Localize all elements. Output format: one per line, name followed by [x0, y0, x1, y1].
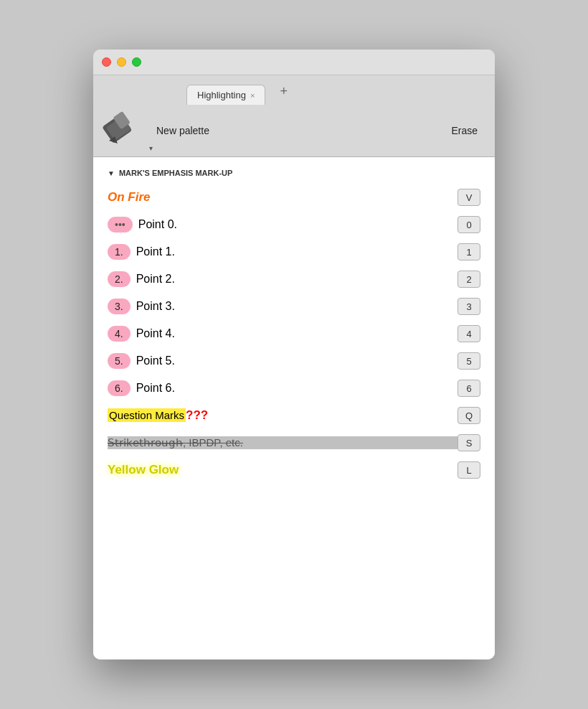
point-0-key-button[interactable]: 0 [457, 216, 480, 233]
point-6-bubble: 6. [108, 380, 131, 396]
point-5-bubble: 5. [108, 353, 131, 369]
point-6-label: Point 6. [136, 382, 175, 395]
section-arrow-icon: ▼ [108, 169, 115, 177]
point-6-row: 6. Point 6. [108, 380, 457, 396]
erase-button[interactable]: Erase [445, 122, 483, 139]
section-header: ▼ MARK'S EMPHASIS MARK-UP [108, 169, 480, 177]
palette-content: ▼ MARK'S EMPHASIS MARK-UP On Fire V ••• … [93, 157, 495, 659]
list-item: 1. Point 1. 1 [108, 242, 480, 262]
point-1-row: 1. Point 1. [108, 244, 457, 260]
yellow-glow-key-button[interactable]: L [457, 461, 480, 479]
highlighting-tab[interactable]: Highlighting × [186, 85, 265, 105]
point-2-row: 2. Point 2. [108, 271, 457, 287]
list-item: 3. Point 3. 3 [108, 296, 480, 316]
question-marks-label: Question Marks??? [108, 408, 457, 423]
dropdown-arrow-icon[interactable]: ▾ [149, 144, 153, 152]
list-item: Yellow Glow L [108, 460, 480, 480]
point-2-key-button[interactable]: 2 [457, 271, 480, 288]
point-5-key-button[interactable]: 5 [457, 352, 480, 370]
point-0-row: ••• Point 0. [108, 217, 457, 233]
qm-highlight: Question Marks [108, 408, 186, 422]
point-1-label: Point 1. [136, 245, 175, 258]
point-4-row: 4. Point 4. [108, 326, 457, 342]
list-item: Question Marks??? Q [108, 405, 480, 426]
list-item: S̶t̶r̶i̶k̶e̶t̶h̶r̶o̶u̶g̶h̶, IBPDP, etc. … [108, 433, 480, 453]
titlebar [93, 50, 495, 75]
highlighter-icon [102, 111, 142, 151]
list-item: 4. Point 4. 4 [108, 324, 480, 344]
app-window: Highlighting × + New palette [93, 50, 495, 659]
point-5-label: Point 5. [136, 354, 175, 367]
qm-red: ??? [186, 408, 208, 422]
point-0-bubble: ••• [108, 217, 133, 233]
tab-close-icon[interactable]: × [250, 91, 255, 100]
point-3-row: 3. Point 3. [108, 299, 457, 314]
on-fire-key-button[interactable]: V [457, 189, 480, 206]
point-1-bubble: 1. [108, 244, 131, 260]
strikethrough-label: S̶t̶r̶i̶k̶e̶t̶h̶r̶o̶u̶g̶h̶, IBPDP, etc. [108, 436, 457, 449]
new-tab-button[interactable]: + [272, 80, 295, 103]
point-5-row: 5. Point 5. [108, 353, 457, 369]
point-3-key-button[interactable]: 3 [457, 298, 480, 315]
point-2-bubble: 2. [108, 271, 131, 287]
on-fire-label: On Fire [108, 190, 457, 205]
list-item: On Fire V [108, 187, 480, 207]
maximize-button[interactable] [132, 57, 141, 67]
yellow-glow-label: Yellow Glow [108, 463, 457, 477]
list-item: ••• Point 0. 0 [108, 215, 480, 235]
point-4-label: Point 4. [136, 327, 175, 340]
strikethrough-key-button[interactable]: S [457, 434, 480, 451]
list-item: 6. Point 6. 6 [108, 378, 480, 398]
section-title: MARK'S EMPHASIS MARK-UP [119, 169, 232, 177]
close-button[interactable] [102, 57, 111, 67]
point-1-key-button[interactable]: 1 [457, 243, 480, 260]
point-2-label: Point 2. [136, 273, 175, 286]
point-4-key-button[interactable]: 4 [457, 325, 480, 342]
minimize-button[interactable] [117, 57, 126, 67]
tab-label: Highlighting [197, 90, 246, 100]
point-3-label: Point 3. [136, 300, 175, 313]
list-item: 2. Point 2. 2 [108, 269, 480, 289]
point-0-label: Point 0. [138, 218, 177, 231]
new-palette-button[interactable]: New palette [151, 122, 215, 139]
point-3-bubble: 3. [108, 299, 131, 314]
point-4-bubble: 4. [108, 326, 131, 342]
point-6-key-button[interactable]: 6 [457, 380, 480, 397]
list-item: 5. Point 5. 5 [108, 351, 480, 371]
question-marks-key-button[interactable]: Q [457, 407, 480, 424]
